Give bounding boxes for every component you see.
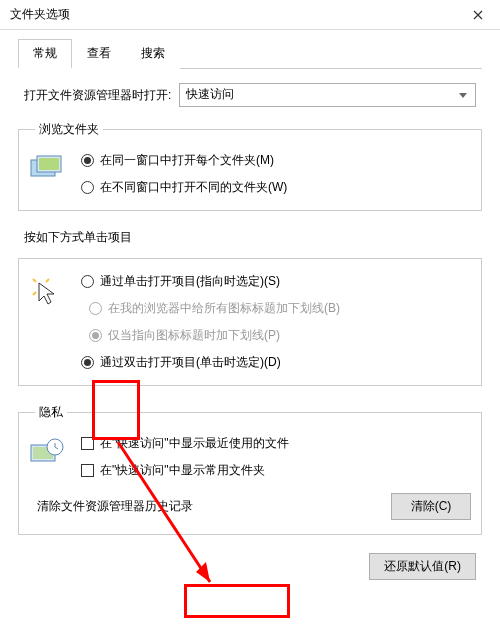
privacy-legend: 隐私 bbox=[35, 404, 67, 421]
close-button[interactable] bbox=[456, 0, 500, 30]
radio-icon bbox=[81, 154, 94, 167]
radio-label: 在我的浏览器中给所有图标标题加下划线(B) bbox=[108, 300, 340, 317]
radio-icon bbox=[81, 275, 94, 288]
browse-legend: 浏览文件夹 bbox=[35, 121, 103, 138]
folder-windows-icon bbox=[29, 152, 73, 185]
radio-same-window[interactable]: 在同一窗口中打开每个文件夹(M) bbox=[81, 152, 471, 169]
open-with-label: 打开文件资源管理器时打开: bbox=[24, 87, 171, 104]
privacy-clock-icon bbox=[29, 435, 73, 468]
close-icon bbox=[473, 7, 483, 23]
radio-label: 仅当指向图标标题时加下划线(P) bbox=[108, 327, 280, 344]
checkbox-icon bbox=[81, 437, 94, 450]
browse-folders-group: 浏览文件夹 在同一窗口中打开每个文件夹(M) 在不同窗口中打开不同的文件夹(W) bbox=[18, 121, 482, 211]
checkbox-icon bbox=[81, 464, 94, 477]
radio-icon bbox=[89, 302, 102, 315]
radio-single-click[interactable]: 通过单击打开项目(指向时选定)(S) bbox=[81, 273, 471, 290]
clear-button[interactable]: 清除(C) bbox=[391, 493, 471, 520]
history-label: 清除文件资源管理器历史记录 bbox=[37, 498, 193, 515]
check-label: 在"快速访问"中显示常用文件夹 bbox=[100, 462, 265, 479]
restore-defaults-button[interactable]: 还原默认值(R) bbox=[369, 553, 476, 580]
click-mode-group: 通过单击打开项目(指向时选定)(S) 在我的浏览器中给所有图标标题加下划线(B)… bbox=[18, 258, 482, 386]
radio-underline-all: 在我的浏览器中给所有图标标题加下划线(B) bbox=[89, 300, 471, 317]
window-title: 文件夹选项 bbox=[10, 6, 70, 23]
tab-search[interactable]: 搜索 bbox=[126, 39, 180, 69]
radio-underline-hover: 仅当指向图标标题时加下划线(P) bbox=[89, 327, 471, 344]
radio-label: 在不同窗口中打开不同的文件夹(W) bbox=[100, 179, 287, 196]
check-recent-files[interactable]: 在"快速访问"中显示最近使用的文件 bbox=[81, 435, 471, 452]
open-with-dropdown[interactable]: 快速访问 bbox=[179, 83, 476, 107]
cursor-click-icon bbox=[29, 273, 73, 312]
radio-label: 通过双击打开项目(单击时选定)(D) bbox=[100, 354, 281, 371]
tab-general[interactable]: 常规 bbox=[18, 39, 72, 69]
check-label: 在"快速访问"中显示最近使用的文件 bbox=[100, 435, 289, 452]
svg-rect-2 bbox=[39, 158, 59, 170]
radio-diff-window[interactable]: 在不同窗口中打开不同的文件夹(W) bbox=[81, 179, 471, 196]
click-legend: 按如下方式单击项目 bbox=[24, 229, 476, 246]
titlebar: 文件夹选项 bbox=[0, 0, 500, 30]
radio-icon bbox=[81, 181, 94, 194]
tab-view[interactable]: 查看 bbox=[72, 39, 126, 69]
radio-double-click[interactable]: 通过双击打开项目(单击时选定)(D) bbox=[81, 354, 471, 371]
check-frequent-folders[interactable]: 在"快速访问"中显示常用文件夹 bbox=[81, 462, 471, 479]
tab-strip: 常规 查看 搜索 bbox=[18, 38, 482, 69]
privacy-group: 隐私 在"快速访问"中显示最近使用的文件 在"快速访问"中显示常用文件夹 清除文… bbox=[18, 404, 482, 535]
radio-label: 通过单击打开项目(指向时选定)(S) bbox=[100, 273, 280, 290]
radio-icon bbox=[89, 329, 102, 342]
radio-label: 在同一窗口中打开每个文件夹(M) bbox=[100, 152, 274, 169]
radio-icon bbox=[81, 356, 94, 369]
open-with-value: 快速访问 bbox=[186, 87, 234, 101]
